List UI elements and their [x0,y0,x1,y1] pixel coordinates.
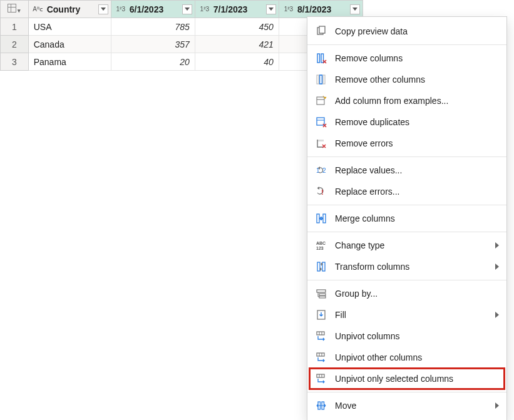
column-context-menu: Copy preview dataRemove columnsRemove ot… [307,16,507,420]
submenu-arrow-icon [495,242,499,248]
submenu-arrow-icon [495,402,499,409]
fill-icon [315,309,327,321]
cell[interactable]: 785 [111,18,195,36]
column-filter-button[interactable] [266,4,276,14]
chevron-down-icon [269,8,274,11]
menu-item-unpivot-only-selected[interactable]: Unpivot only selected columns [309,368,505,389]
menu-item-label: Unpivot only selected columns [335,374,499,384]
menu-item-label: Remove errors [335,138,499,148]
menu-item-label: Replace errors... [335,187,499,197]
column-filter-button[interactable] [98,4,108,14]
menu-item-remove-errors[interactable]: Remove errors [307,133,506,154]
menu-separator [307,392,506,392]
row-number[interactable]: 3 [1,53,29,71]
column-header-6-1-2023[interactable]: 1²36/1/2023 [111,1,195,18]
move-icon [315,399,327,412]
menu-item-remove-duplicates[interactable]: Remove duplicates [307,111,506,133]
menu-separator [307,44,506,45]
chevron-down-icon [101,8,106,11]
column-label: Country [47,4,96,14]
svg-rect-24 [319,294,326,295]
select-all-corner[interactable]: ▾ [1,1,29,18]
menu-item-add-col-examples[interactable]: Add column from examples... [307,90,506,111]
chevron-down-icon [352,8,357,11]
number-type-icon[interactable]: 1²3 [282,4,296,15]
unpivot-columns-icon [315,330,327,342]
menu-item-merge-columns[interactable]: Merge columns [307,208,506,229]
svg-rect-25 [319,296,326,298]
menu-item-transform-columns[interactable]: Transform columns [307,256,506,277]
column-label: 6/1/2023 [130,4,180,14]
svg-rect-17 [317,214,319,223]
replace-values-icon: 12 [315,164,327,177]
menu-item-remove-other-columns[interactable]: Remove other columns [307,69,506,90]
cell[interactable]: Canada [28,36,111,53]
svg-rect-2 [317,54,320,63]
number-type-icon[interactable]: 1²3 [114,4,128,15]
menu-item-label: Unpivot columns [335,331,499,341]
svg-rect-22 [322,262,325,271]
svg-text:123: 123 [316,246,324,250]
menu-item-label: Group by... [335,289,499,299]
remove-errors-icon [315,137,327,150]
svg-rect-6 [323,75,325,84]
cell[interactable]: 20 [111,53,195,71]
cell[interactable]: USA [28,18,111,36]
merge-columns-icon [315,212,327,225]
column-header-Country[interactable]: AᴮᴄCountry [28,1,111,18]
column-filter-button[interactable] [182,4,192,14]
menu-item-label: Merge columns [335,213,499,223]
menu-item-replace-values[interactable]: 12Replace values... [307,160,506,181]
svg-rect-5 [317,75,319,84]
svg-rect-11 [317,140,324,141]
row-number[interactable]: 1 [1,18,29,36]
menu-item-remove-columns[interactable]: Remove columns [307,48,506,69]
svg-rect-21 [317,262,320,271]
svg-rect-27 [317,332,324,335]
column-header-7-1-2023[interactable]: 1²37/1/2023 [195,1,279,18]
menu-item-unpivot-other[interactable]: Unpivot other columns [307,347,506,368]
menu-item-fill[interactable]: Fill [307,304,506,325]
chevron-down-icon [185,8,190,11]
menu-item-group-by[interactable]: Group by... [307,283,506,304]
text-type-icon[interactable]: Aᴮᴄ [31,4,45,15]
svg-rect-23 [317,290,326,292]
cell[interactable]: 40 [195,53,279,71]
table-icon [8,4,16,13]
menu-item-label: Unpivot other columns [335,352,499,362]
number-type-icon[interactable]: 1²3 [198,4,212,15]
menu-item-label: Change type [335,240,488,250]
menu-separator [307,280,506,280]
group-by-icon [315,287,327,300]
cell[interactable]: 450 [195,18,279,36]
column-header-8-1-2023[interactable]: 1²38/1/2023 [279,1,362,18]
menu-item-change-type[interactable]: ABC123Change type [307,235,506,256]
menu-separator [307,156,506,157]
menu-item-label: Transform columns [335,262,488,272]
svg-rect-7 [317,97,324,105]
unpivot-only-selected-icon [315,372,327,385]
cell[interactable]: 421 [195,36,279,53]
menu-item-unpivot-columns[interactable]: Unpivot columns [307,325,506,347]
chevron-down-icon: ▾ [18,8,21,14]
menu-item-replace-errors[interactable]: !Replace errors... [307,181,506,202]
menu-item-label: Move [335,401,488,411]
row-number[interactable]: 2 [1,36,29,53]
unpivot-other-icon [315,351,327,364]
svg-text:2: 2 [322,167,326,174]
cell[interactable]: 357 [111,36,195,53]
column-label: 8/1/2023 [297,4,348,14]
menu-item-label: Fill [335,310,488,320]
menu-item-copy-preview-data[interactable]: Copy preview data [307,21,506,42]
submenu-arrow-icon [495,264,499,270]
menu-separator [307,205,506,205]
submenu-arrow-icon [495,312,499,318]
menu-item-label: Remove other columns [335,74,499,85]
cell[interactable]: Panama [28,53,111,71]
menu-item-move[interactable]: Move [307,395,506,416]
column-filter-button[interactable] [350,4,360,14]
svg-rect-30 [317,353,324,356]
svg-rect-3 [321,54,324,63]
add-col-examples-icon [315,95,327,107]
transform-columns-icon [315,260,327,273]
